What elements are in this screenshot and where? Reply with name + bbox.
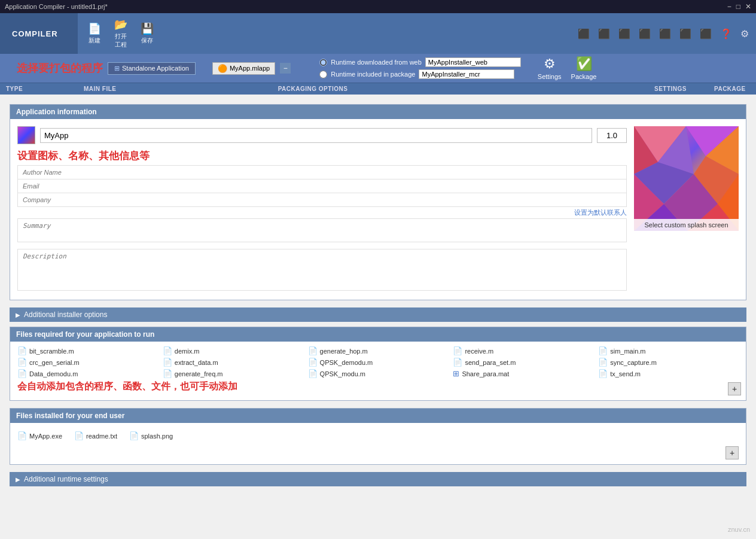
app-info-right: Select custom splash screen: [634, 126, 739, 293]
m-file-icon: 📄: [308, 358, 318, 367]
m-file-icon: 📄: [598, 358, 608, 367]
add-required-file-button[interactable]: +: [728, 382, 741, 395]
additional-runtime-label: Additional runtime settings: [24, 475, 108, 483]
png-file-icon: 📄: [129, 431, 139, 440]
m-file-icon: 📄: [17, 346, 27, 355]
list-item: ⊞ Share_para.mat: [453, 369, 593, 378]
list-item: 📄 send_para_set.m: [453, 358, 593, 367]
list-item: 📄 QPSK_modu.m: [308, 369, 449, 378]
package-icon: ✅: [576, 56, 592, 72]
summary-input[interactable]: [17, 218, 627, 242]
list-item: 📄 demix.m: [163, 346, 303, 355]
m-file-icon: 📄: [453, 358, 462, 367]
open-icon: 📂: [114, 18, 127, 31]
list-item: 📄 bit_scramble.m: [17, 346, 158, 355]
list-item: 📄 tx_send.m: [598, 369, 739, 378]
packaging-web-input[interactable]: [425, 57, 521, 67]
m-file-icon: 📄: [17, 369, 27, 378]
save-icon: 💾: [141, 22, 154, 35]
packaging-mcr-label: Runtime included in package: [331, 71, 415, 78]
gear-icon[interactable]: ⚙: [738, 27, 751, 41]
title-bar: Application Compiler - untitled1.prj* − …: [0, 0, 756, 13]
splash-screen-image: [634, 126, 739, 231]
email-input[interactable]: [17, 179, 627, 193]
save-button[interactable]: 💾 保存: [135, 20, 159, 47]
packaging-mcr-input[interactable]: [419, 69, 514, 79]
main-content: Application information 设置图标、名称、其他信息等: [0, 95, 756, 501]
list-item: 📄 QPSK_demodu.m: [308, 358, 449, 367]
package-button[interactable]: ✅ Package: [571, 56, 597, 80]
required-files-section: Files required for your application to r…: [10, 327, 746, 401]
toolbar-icon-7[interactable]: ⬛: [697, 27, 714, 41]
splash-screen-selector[interactable]: Select custom splash screen: [634, 126, 739, 231]
settings-button[interactable]: ⚙ Settings: [538, 56, 562, 80]
packaging-option-web: Runtime downloaded from web: [319, 57, 521, 67]
required-files-header: Files required for your application to r…: [10, 327, 746, 342]
col-header-packaging: PACKAGING OPTIONS: [272, 84, 648, 93]
m-file-icon: 📄: [308, 346, 318, 355]
close-btn[interactable]: ✕: [745, 2, 751, 11]
toolbar-icon-2[interactable]: ⬛: [596, 27, 612, 41]
toolbar-icon-6[interactable]: ⬛: [677, 27, 694, 41]
main-file-tag: 🟠 MyApp.mlapp: [212, 62, 275, 75]
list-item: 📄 MyApp.exe: [17, 431, 62, 440]
author-input[interactable]: [17, 165, 627, 179]
list-item: 📄 generate_hop.m: [308, 346, 449, 355]
exe-file-icon: 📄: [17, 431, 27, 440]
list-item: 📄 extract_data.m: [163, 358, 303, 367]
app-type-label: Standalone Application: [122, 65, 189, 72]
add-end-user-file-button[interactable]: +: [725, 446, 739, 459]
required-files-body: 📄 bit_scramble.m 📄 demix.m 📄 generate_ho…: [10, 342, 746, 400]
m-file-icon: 📄: [17, 358, 27, 367]
end-user-files-header: Files installed for your end user: [10, 409, 746, 423]
description-input[interactable]: [17, 249, 627, 291]
txt-file-icon: 📄: [74, 431, 84, 440]
m-file-icon: 📄: [308, 369, 318, 378]
app-config-bar: 选择要打包的程序 ⊞ Standalone Application 🟠 MyAp…: [0, 54, 756, 83]
app-type-selector[interactable]: ⊞ Standalone Application: [108, 62, 196, 75]
toolbar-icon-3[interactable]: ⬛: [616, 27, 633, 41]
col-header-settings: SETTINGS: [648, 84, 708, 93]
list-item: 📄 sync_capture.m: [598, 358, 739, 367]
minimize-btn[interactable]: −: [727, 2, 731, 11]
m-file-icon: 📄: [598, 346, 608, 355]
additional-installer-label: Additional installer options: [24, 310, 107, 319]
required-files-grid: 📄 bit_scramble.m 📄 demix.m 📄 generate_ho…: [17, 346, 739, 378]
app-icon-square[interactable]: [17, 126, 35, 144]
new-button[interactable]: 📄 新建: [83, 20, 106, 47]
col-header-package: PACKAGE: [708, 84, 756, 93]
toolbar-icon-5[interactable]: ⬛: [657, 27, 673, 41]
packaging-web-radio[interactable]: [319, 59, 327, 66]
mat-file-icon: ⊞: [453, 369, 459, 378]
remove-main-file-button[interactable]: −: [280, 63, 291, 74]
mlapp-file-icon: 🟠: [218, 64, 227, 73]
version-input[interactable]: [597, 128, 627, 143]
app-info-left: 设置图标、名称、其他信息等 设置为默认联系人: [17, 126, 627, 293]
set-default-contact-link[interactable]: 设置为默认联系人: [17, 207, 627, 218]
maximize-btn[interactable]: □: [736, 2, 740, 11]
new-icon: 📄: [88, 22, 101, 35]
open-button[interactable]: 📂 打开 工程: [109, 16, 133, 51]
additional-runtime-header[interactable]: ▶ Additional runtime settings: [10, 472, 746, 486]
title-bar-text: Application Compiler - untitled1.prj*: [5, 3, 108, 10]
app-info-body: 设置图标、名称、其他信息等 设置为默认联系人: [10, 119, 746, 300]
app-info-section: Application information 设置图标、名称、其他信息等: [10, 104, 746, 300]
company-input[interactable]: [17, 193, 627, 207]
package-label: Package: [571, 73, 597, 80]
app-name-input[interactable]: [40, 128, 592, 143]
m-file-icon: 📄: [598, 369, 608, 378]
annotation-select-program: 选择要打包的程序: [17, 61, 103, 75]
toolbar-icon-1[interactable]: ⬛: [575, 27, 592, 41]
app-name-row: [17, 126, 627, 144]
additional-installer-header[interactable]: ▶ Additional installer options: [10, 307, 746, 322]
list-item: 📄 splash.png: [129, 431, 173, 440]
annotation-app-info: 设置图标、名称、其他信息等: [17, 149, 627, 163]
splash-screen-button[interactable]: Select custom splash screen: [634, 219, 739, 231]
list-item: 📄 crc_gen_serial.m: [17, 358, 158, 367]
toolbar-buttons: 📄 新建 📂 打开 工程 💾 保存: [78, 13, 164, 54]
settings-icon: ⚙: [544, 56, 556, 72]
toolbar-icon-4[interactable]: ⬛: [636, 27, 653, 41]
packaging-mcr-radio[interactable]: [319, 71, 327, 78]
end-user-files-section: Files installed for your end user 📄 MyAp…: [10, 408, 746, 465]
help-icon[interactable]: ❓: [718, 27, 734, 41]
